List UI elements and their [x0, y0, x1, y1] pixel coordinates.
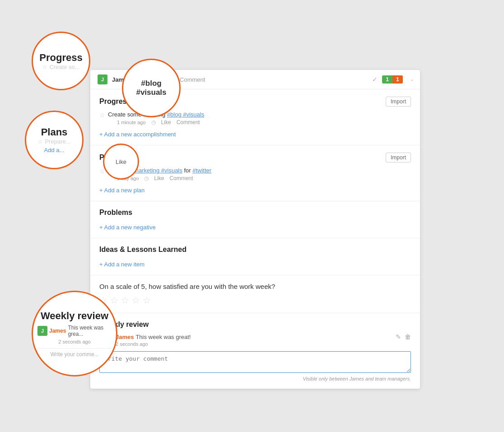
plans-item: ☆ Prepare #marketing #visuals for #twitt… [99, 167, 411, 181]
comment-visibility: Visible only between James and team mana… [99, 376, 411, 381]
circle-progress-annotation: Progress ☆ Create so... [32, 32, 90, 90]
star-5[interactable]: ☆ [143, 295, 151, 306]
add-accomplishment-link[interactable]: + Add a new accomplishment [99, 131, 176, 138]
progress-item-tags[interactable]: #blog #visuals [167, 111, 204, 118]
star-2[interactable]: ☆ [110, 295, 118, 306]
problems-section: Problems + Add a new negative [90, 201, 420, 238]
comment-input-wrapper: Visible only between James and team mana… [99, 351, 411, 381]
badge-orange: 1 [392, 75, 403, 84]
plans-section: Plans Import ☆ Prepare #marketing #visua… [90, 145, 420, 201]
satisfaction-stars: ☆ ☆ ☆ ☆ ☆ [99, 295, 411, 306]
circle-weekly-title: Weekly review [41, 310, 108, 322]
weekly-review-comment: J James This week was great! 2 seconds a… [99, 333, 411, 347]
plans-header: Plans Import [99, 153, 411, 163]
circle-weekly-annotation: Weekly review J James This week was grea… [32, 291, 117, 376]
comment-input[interactable] [99, 351, 411, 373]
satisfaction-question: On a scale of 5, how satisfied are you w… [99, 283, 411, 290]
circle-tag-text: #blog #visuals [128, 79, 175, 97]
ideas-section: Ideas & Lessons Learned + Add a new item [90, 238, 420, 275]
weekly-review-section: Weekly review J James This week was grea… [90, 313, 420, 389]
circle-like-label: Like [116, 158, 126, 165]
circle-plans-add: Add a... [44, 147, 65, 153]
delete-icon[interactable]: 🗑 [405, 333, 411, 340]
progress-import-button[interactable]: Import [386, 97, 411, 107]
top-bar-comment: Comment [180, 76, 368, 83]
ideas-header: Ideas & Lessons Learned [99, 246, 411, 254]
review-author: James [116, 334, 134, 340]
review-actions: ✎ 🗑 [396, 333, 411, 340]
problems-header: Problems [99, 209, 411, 217]
add-item-link[interactable]: + Add a new item [99, 261, 145, 268]
add-plan-link[interactable]: + Add a new plan [99, 187, 145, 194]
check-icon: ✓ [372, 76, 378, 83]
progress-item-comment-action[interactable]: Comment [177, 119, 200, 125]
circle-plans-title: Plans [41, 126, 68, 138]
circle-weekly-comment-hint: Write your comme... [37, 348, 112, 358]
circle-progress-sub: Create so... [49, 64, 79, 70]
progress-item-clock-icon: ◷ [151, 119, 156, 125]
circle-progress-title: Progress [39, 52, 82, 64]
plans-item-comment-action[interactable]: Comment [169, 175, 193, 181]
circle-plans-sub: Prepare... [45, 138, 70, 145]
plans-item-tag-twitter[interactable]: #twitter [192, 167, 211, 174]
star-4[interactable]: ☆ [132, 295, 140, 306]
progress-item-meta: 1 minute ago ◷ Like Comment [117, 119, 204, 125]
progress-item-star[interactable]: ☆ [99, 111, 105, 119]
review-text: This week was great! [135, 334, 191, 340]
progress-item-time: 1 minute ago [117, 120, 146, 125]
count-badges: 1 1 [382, 75, 402, 84]
circle-weekly-author: James [49, 328, 66, 334]
ideas-title: Ideas & Lessons Learned [99, 246, 187, 254]
plans-import-button[interactable]: Import [386, 153, 411, 163]
add-negative-link[interactable]: + Add a new negative [99, 224, 156, 231]
badge-green: 1 [382, 75, 392, 84]
weekly-review-header: Weekly review [99, 321, 411, 329]
plans-item-clock-icon: ◷ [144, 175, 149, 181]
review-time: 2 seconds ago [116, 341, 392, 347]
circle-tag-annotation: #blog #visuals [122, 59, 181, 117]
review-content: James This week was great! 2 seconds ago [116, 333, 392, 347]
circle-weekly-time: 2 seconds ago [58, 339, 91, 344]
top-bar-dash: - [411, 76, 413, 83]
edit-icon[interactable]: ✎ [396, 333, 401, 340]
plans-item-tags-marketing[interactable]: #marketing #visuals [131, 167, 182, 174]
problems-title: Problems [99, 209, 132, 217]
user-avatar: J [98, 74, 107, 84]
main-panel: J James #blog #visuals Comment ✓ 1 1 - P… [90, 70, 420, 389]
star-3[interactable]: ☆ [121, 295, 129, 306]
circle-weekly-avatar: J [37, 326, 47, 336]
progress-item-like-action[interactable]: Like [161, 119, 171, 125]
circle-like-annotation: Like [103, 144, 139, 180]
circle-weekly-text: This week was grea... [68, 325, 112, 337]
circle-plans-annotation: Plans ☆ Prepare... Add a... [25, 111, 84, 169]
plans-item-like-action[interactable]: Like [154, 175, 164, 181]
satisfaction-section: On a scale of 5, how satisfied are you w… [90, 275, 420, 313]
